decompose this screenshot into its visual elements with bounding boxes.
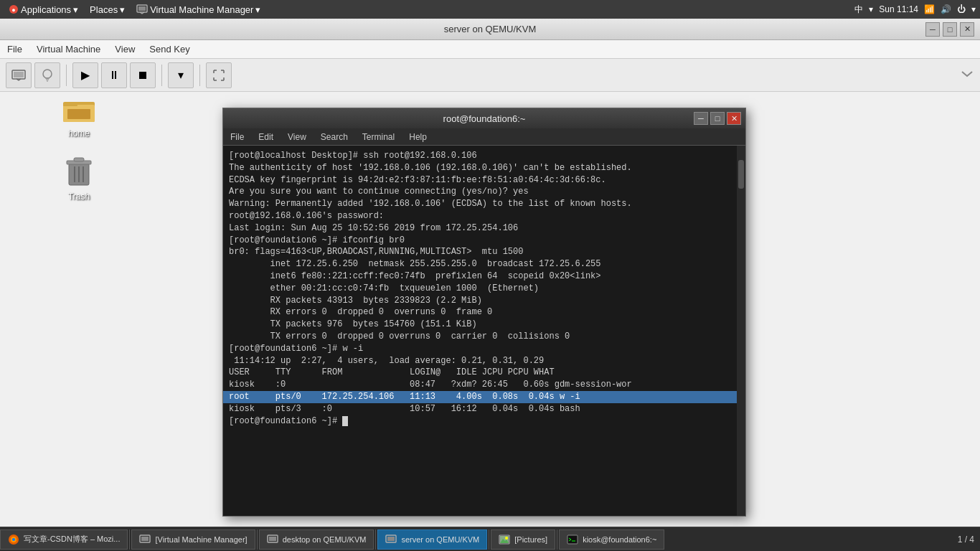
term-line-18: 11:14:12 up 2:27, 4 users, load average:…	[229, 355, 731, 367]
term-line-12: RX packets 43913 bytes 2339823 (2.2 MiB)	[229, 295, 731, 307]
term-line-8: br0: flags=4163<UP,BROADCAST,RUNNING,MUL…	[229, 246, 731, 258]
terminal-body[interactable]: [root@localhost Desktop]# ssh root@192.1…	[223, 146, 745, 516]
term-line-7: [root@foundation6 ~]# ifconfig br0	[229, 235, 731, 247]
volume-icon: 🔊	[941, 4, 951, 14]
applications-menu[interactable]: ● Applications ▾	[4, 0, 83, 19]
term-line-19: USER TTY FROM LOGIN@ IDLE JCPU PCPU WHAT	[229, 367, 731, 379]
taskbar-item-firefox[interactable]: 写文章-CSDN博客 – Mozi...	[0, 529, 128, 550]
desktop: home Trash	[0, 19, 158, 507]
term-menu-terminal[interactable]: Terminal	[355, 128, 402, 146]
taskbar-item-server-kvm[interactable]: server on QEMU/KVM	[377, 529, 487, 550]
vm-close-btn[interactable]: ✕	[960, 22, 974, 37]
vm-titlebar-buttons: ─ □ ✕	[925, 22, 974, 37]
taskbar-item-vm-manager[interactable]: [Virtual Machine Manager]	[131, 529, 255, 550]
vm-manager-label: Virtual Machine Manager	[150, 4, 253, 15]
term-highlighted-row: root pts/0 172.25.254.106 11:13 4.00s 0.…	[223, 391, 737, 403]
trash-label: Trash	[65, 191, 93, 202]
term-menu-view[interactable]: View	[281, 128, 314, 146]
input-indicator: 中	[854, 4, 863, 16]
term-line-1: The authenticity of host '192.168.0.106 …	[229, 162, 731, 174]
home-desktop-icon[interactable]: home	[50, 90, 108, 139]
term-line-17: [root@foundation6 ~]# w -i	[229, 343, 731, 355]
taskbar-sep5	[557, 529, 557, 550]
term-line-4: Warning: Permanently added '192.168.0.10…	[229, 198, 731, 210]
term-menu-help[interactable]: Help	[402, 128, 434, 146]
terminal-minimize-btn[interactable]: ─	[694, 112, 708, 125]
taskbar-kiosk-label: kiosk@foundation6:~	[583, 535, 656, 544]
vm-right-expand[interactable]	[960, 67, 974, 84]
svg-point-19	[12, 538, 15, 541]
firefox-icon	[8, 534, 19, 545]
term-line-10: inet6 fe80::221:ccff:fec0:74fb prefixlen…	[229, 270, 731, 283]
term-line-2: ECDSA key fingerprint is 94:2d:e2:f3:87:…	[229, 174, 731, 187]
vm-tool-dropdown[interactable]: ▾	[168, 62, 194, 88]
terminal-menubar: File Edit View Search Terminal Help	[223, 128, 745, 146]
applications-icon: ●	[9, 4, 19, 14]
taskbar-desktop-kvm-icon	[267, 534, 278, 545]
term-line-3: Are you sure you want to continue connec…	[229, 186, 731, 198]
svg-text:●: ●	[11, 6, 15, 14]
term-menu-edit[interactable]: Edit	[251, 128, 281, 146]
taskbar: 写文章-CSDN博客 – Mozi... [Virtual Machine Ma…	[0, 527, 980, 551]
applications-arrow: ▾	[73, 4, 78, 15]
terminal-maximize-btn[interactable]: □	[710, 112, 725, 125]
taskbar-vm-label: [Virtual Machine Manager]	[155, 535, 247, 544]
term-line-22: [root@foundation6 ~]#	[229, 415, 731, 428]
vm-maximize-btn[interactable]: □	[943, 22, 957, 37]
terminal-scrollbar[interactable]	[737, 146, 745, 516]
taskbar-item-kiosk[interactable]: kiosk@foundation6:~	[559, 529, 664, 550]
svg-point-29	[505, 537, 508, 540]
trash-icon	[62, 154, 96, 188]
term-line-13: RX errors 0 dropped 0 overruns 0 frame 0	[229, 306, 731, 319]
terminal-window: root@foundation6:~ ─ □ ✕ File Edit View …	[222, 108, 746, 517]
taskbar-item-desktop-kvm[interactable]: desktop on QEMU/KVM	[259, 529, 374, 550]
taskbar-sep2	[257, 529, 258, 550]
places-arrow: ▾	[120, 4, 125, 15]
scrollbar-thumb[interactable]	[738, 160, 744, 189]
toolbar-sep2	[161, 65, 162, 86]
term-line-15: TX errors 0 dropped 0 overruns 0 carrier…	[229, 331, 731, 343]
taskbar-firefox-label: 写文章-CSDN博客 – Mozi...	[24, 534, 120, 545]
trash-desktop-icon[interactable]: Trash	[50, 154, 108, 202]
topbar-left: ● Applications ▾ Places ▾ Virtual Machin…	[4, 0, 265, 19]
terminal-close-btn[interactable]: ✕	[727, 112, 741, 125]
term-menu-file[interactable]: File	[223, 128, 251, 146]
term-line-6: Last login: Sun Aug 25 10:52:56 2019 fro…	[229, 222, 731, 235]
taskbar-server-kvm-icon	[385, 534, 397, 545]
terminal-content[interactable]: [root@localhost Desktop]# ssh root@192.1…	[223, 146, 737, 516]
term-menu-search[interactable]: Search	[314, 128, 355, 146]
places-menu[interactable]: Places ▾	[85, 0, 129, 19]
taskbar-sep1	[129, 529, 130, 550]
toolbar-sep3	[199, 65, 200, 86]
taskbar-item-pictures[interactable]: [Pictures]	[491, 529, 555, 550]
taskbar-vm-icon	[139, 534, 151, 545]
taskbar-terminal-icon	[567, 534, 578, 545]
term-line-14: TX packets 976 bytes 154760 (151.1 KiB)	[229, 319, 731, 331]
svg-rect-23	[269, 537, 276, 541]
terminal-titlebar: root@foundation6:~ ─ □ ✕	[223, 108, 745, 128]
svg-rect-3	[138, 6, 146, 11]
cursor	[342, 416, 348, 426]
terminal-title: root@foundation6:~	[443, 113, 526, 124]
svg-rect-9	[63, 103, 77, 106]
power-icon: ⏻	[957, 4, 966, 14]
taskbar-pictures-label: [Pictures]	[514, 535, 547, 544]
term-line-20: kiosk :0 08:47 ?xdm? 26:45 0.60s gdm-ses…	[229, 379, 731, 391]
topbar-arrow2: ▾	[869, 4, 873, 14]
vm-title: server on QEMU/KVM	[444, 24, 537, 34]
vm-manager-arrow: ▾	[255, 4, 260, 15]
term-line-0: [root@localhost Desktop]# ssh root@192.1…	[229, 150, 731, 162]
svg-rect-10	[67, 109, 90, 119]
taskbar-server-kvm-label: server on QEMU/KVM	[401, 535, 479, 544]
topbar-right: 中 ▾ Sun 11:14 📶 🔊 ⏻ ▾	[854, 4, 976, 16]
expand-icon	[960, 67, 974, 81]
taskbar-sep4	[489, 529, 489, 550]
vm-minimize-btn[interactable]: ─	[925, 22, 940, 37]
vm-manager-menu[interactable]: Virtual Machine Manager ▾	[132, 0, 265, 19]
clock: Sun 11:14	[879, 4, 918, 14]
system-topbar: ● Applications ▾ Places ▾ Virtual Machin…	[0, 0, 980, 19]
vm-tool-fullscreen[interactable]	[206, 62, 232, 88]
vm-icon	[136, 4, 148, 14]
taskbar-pictures-icon	[499, 534, 510, 545]
fullscreen-icon	[213, 70, 225, 81]
